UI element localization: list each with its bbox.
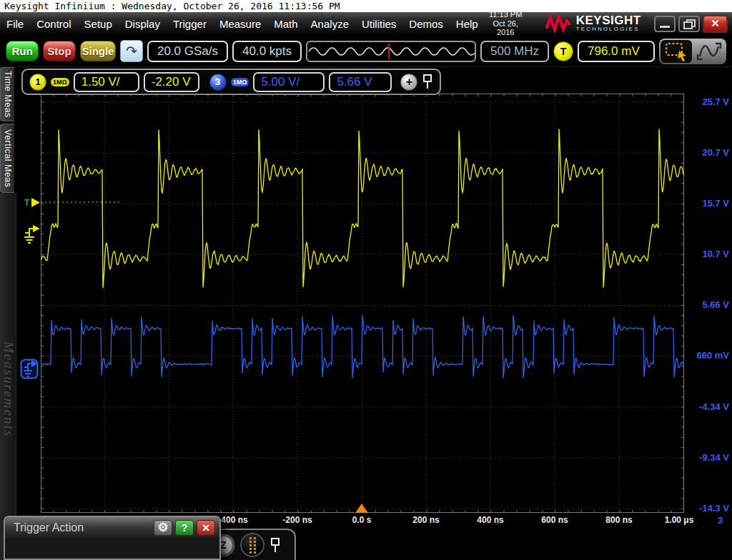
close-icon: ✕: [202, 522, 210, 534]
menu-control[interactable]: Control: [30, 18, 77, 30]
minimize-icon: [660, 26, 670, 28]
scope-grid-and-traces[interactable]: [41, 94, 684, 513]
tab-time-meas[interactable]: Time Meas: [0, 67, 15, 121]
channel-bar: 1 1MΩ 1.50 V/ -2.20 V 3 1MΩ 5.00 V/ 5.66…: [21, 69, 441, 95]
window-titlebar: Keysight Infiniium : Wednesday, October …: [0, 0, 732, 12]
single-button[interactable]: Single: [80, 41, 116, 61]
brand-sub: TECHNOLOGIES: [576, 26, 641, 32]
trigger-badge: T: [553, 41, 573, 61]
acquisition-toolbar: Run Stop Single ↷ 20.0 GSa/s 40.0 kpts 5…: [0, 36, 732, 67]
zoom-z-icon: Z: [220, 539, 227, 551]
dots-icon: [249, 537, 252, 554]
stop-button[interactable]: Stop: [43, 41, 76, 61]
y-axis-label: 20.7 V: [685, 147, 729, 159]
add-channel-button[interactable]: +: [400, 74, 417, 91]
trigger-action-dialog: Trigger Action ⚙ ? ✕: [4, 516, 221, 560]
x-axis-label: 0.0 s: [337, 515, 387, 525]
menu-analyze[interactable]: Analyze: [305, 18, 355, 30]
x-axis-label: 200 ns: [401, 515, 451, 525]
restore-icon: [683, 19, 695, 29]
keysight-spark-icon: [545, 14, 571, 33]
channel-3-axis-indicator: 3: [718, 515, 723, 526]
waveform-preview[interactable]: [306, 41, 476, 62]
preview-sine-icon: [307, 42, 475, 61]
clock: 11:13 PM Oct 26, 2016: [485, 10, 527, 37]
drag-waveform-mode-button[interactable]: [693, 40, 725, 63]
channel-1-scale-box[interactable]: 1.50 V/: [74, 72, 139, 92]
channel-3-badge[interactable]: 3: [209, 74, 227, 91]
cursor-mode-group: [659, 39, 726, 64]
measurements-watermark: Measurements: [0, 341, 16, 437]
y-axis-label: -14.3 V: [685, 503, 729, 514]
channel-3-impedance[interactable]: 1MΩ: [231, 78, 249, 86]
dialog-close-button[interactable]: ✕: [197, 520, 215, 536]
trigger-level-box[interactable]: 796.0 mV: [578, 41, 655, 62]
waveform-display[interactable]: [41, 94, 684, 513]
menu-demos[interactable]: Demos: [402, 18, 450, 30]
y-axis-label: -9.34 V: [685, 452, 729, 464]
menu-bar: File Control Setup Display Trigger Measu…: [0, 12, 732, 36]
sample-rate-box[interactable]: 20.0 GSa/s: [147, 41, 228, 62]
channel-1-ground-marker[interactable]: [24, 224, 41, 247]
keysight-logo: KEYSIGHT TECHNOLOGIES: [545, 14, 641, 33]
menu-display[interactable]: Display: [119, 18, 167, 30]
x-axis-label: 400 ns: [465, 515, 515, 525]
touch-toggle-button[interactable]: ↷: [120, 40, 143, 62]
run-button[interactable]: Run: [6, 41, 39, 61]
menu-help[interactable]: Help: [450, 18, 485, 30]
waveform-drag-icon: [695, 41, 723, 62]
svg-text:T: T: [24, 198, 30, 208]
memory-depth-box[interactable]: 40.0 kpts: [232, 41, 302, 62]
x-axis-label: 600 ns: [530, 515, 580, 525]
menu-math[interactable]: Math: [267, 18, 304, 30]
pin-icon[interactable]: [422, 74, 433, 90]
menu-measure[interactable]: Measure: [213, 18, 267, 30]
bandwidth-box[interactable]: 500 MHz: [480, 41, 549, 62]
x-axis-label: 800 ns: [594, 515, 644, 525]
dialog-help-button[interactable]: ?: [175, 520, 194, 536]
channel-1-offset-box[interactable]: -2.20 V: [144, 72, 199, 92]
select-mode-button[interactable]: [661, 40, 692, 63]
channel-1-badge[interactable]: 1: [29, 74, 46, 91]
oscilloscope-screen: Keysight Infiniium : Wednesday, October …: [0, 0, 732, 560]
pin-icon[interactable]: [269, 537, 281, 554]
channel-3-offset-box[interactable]: 5.66 V: [329, 72, 392, 92]
restore-button[interactable]: [678, 16, 700, 32]
menu-trigger[interactable]: Trigger: [167, 18, 213, 30]
x-axis-label: -200 ns: [272, 515, 322, 525]
x-axis-label: 1.00 μs: [654, 515, 704, 525]
dots-icon: [254, 537, 256, 554]
dialog-title: Trigger Action: [14, 521, 84, 534]
dialog-titlebar[interactable]: Trigger Action ⚙ ? ✕: [5, 517, 219, 538]
minimize-button[interactable]: [654, 16, 676, 32]
tab-vertical-meas[interactable]: Vertical Meas: [0, 124, 15, 193]
channel-3-ground-marker[interactable]: [20, 357, 41, 383]
channel-3-scale-box[interactable]: 5.00 V/: [253, 72, 325, 92]
clock-date: Oct 26, 2016: [485, 19, 527, 37]
clock-time: 11:13 PM: [485, 10, 527, 19]
y-axis-label: -4.34 V: [685, 401, 729, 413]
close-button[interactable]: ✕: [703, 15, 728, 33]
selection-box-icon: [662, 41, 691, 62]
channel-1-impedance[interactable]: 1MΩ: [51, 78, 69, 86]
y-axis-label: 25.7 V: [685, 96, 729, 108]
y-axis-label: 5.66 V: [685, 299, 729, 311]
menu-utilities[interactable]: Utilities: [355, 18, 402, 30]
trigger-level-marker[interactable]: T: [24, 197, 41, 211]
gear-icon: ⚙: [157, 520, 168, 535]
repeat-arrow-icon: ↷: [126, 43, 137, 59]
trigger-time-marker[interactable]: [355, 504, 368, 513]
brand-name: KEYSIGHT: [576, 15, 641, 26]
close-icon: ✕: [711, 17, 720, 30]
dialog-settings-button[interactable]: ⚙: [154, 520, 172, 536]
menu-file[interactable]: File: [0, 18, 30, 30]
y-axis-label: 15.7 V: [685, 198, 729, 209]
menu-setup[interactable]: Setup: [78, 18, 119, 30]
markers-button[interactable]: [240, 533, 264, 557]
y-axis-label: 660 mV: [685, 350, 729, 361]
y-axis-label: 10.7 V: [685, 249, 729, 260]
